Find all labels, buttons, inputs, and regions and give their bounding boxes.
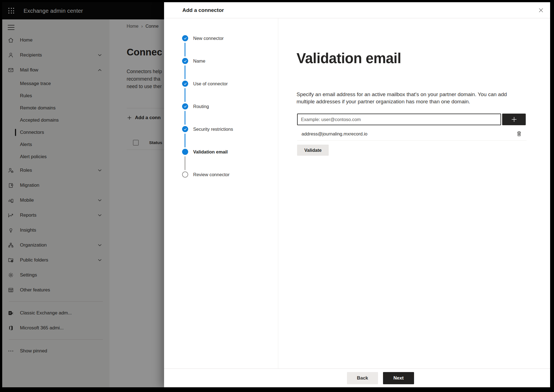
screenshot-frame: Exchange admin center HomeRecipientsMail… [0,0,554,392]
wizard-step-security-restrictions[interactable]: Security restrictions [182,126,233,132]
step-done-check-icon [182,126,188,132]
wizard-step-label: New connector [193,36,224,41]
plus-icon [510,116,518,123]
add-email-button[interactable] [502,114,526,125]
step-connector-line [185,156,185,170]
step-done-check-icon [182,103,188,109]
step-done-check-icon [182,58,188,64]
wizard-step-label: Validation email [193,149,228,155]
wizard-step-validation-email[interactable]: Validation email [182,148,228,155]
email-address: address@journaling.mxrecord.io [302,131,367,137]
wizard-step-label: Use of connector [193,81,228,86]
app-window: Exchange admin center HomeRecipientsMail… [2,2,550,387]
trash-icon [516,130,522,137]
wizard-step-routing[interactable]: Routing [182,103,209,110]
wizard-step-use-of-connector[interactable]: Use of connector [182,80,228,87]
close-icon [538,7,544,13]
step-description: Specify an email address for an active m… [297,91,515,105]
wizard-step-review-connector[interactable]: Review connector [182,171,229,178]
dialog-title: Add a connector [182,7,224,13]
email-input-row [297,114,526,125]
delete-email-button[interactable] [515,130,523,138]
wizard-step-new-connector[interactable]: New connector [182,35,224,42]
step-done-check-icon [182,81,188,87]
close-button[interactable] [537,6,545,14]
step-active-dot-icon [182,149,188,155]
wizard-step-name[interactable]: Name [182,58,205,64]
step-done-check-icon [182,35,188,41]
wizard-steps: New connectorNameUse of connectorRouting… [164,18,278,368]
wizard-step-label: Name [193,58,205,64]
wizard-step-label: Security restrictions [193,127,233,132]
step-connector-line [185,88,185,102]
step-connector-line [185,43,185,57]
email-list: address@journaling.mxrecord.io [297,127,527,141]
step-todo-circle-icon [182,171,188,178]
wizard-step-label: Routing [193,104,209,109]
step-connector-line [185,111,185,125]
next-button[interactable]: Next [383,372,414,384]
step-heading: Validation email [297,50,401,66]
dialog-header: Add a connector [164,2,550,18]
validate-button[interactable]: Validate [297,145,329,156]
wizard-step-label: Review connector [193,172,229,177]
dialog-footer: Back Next [164,368,550,387]
add-connector-dialog: Add a connector New connectorNameUse of … [164,2,550,387]
step-connector-line [185,134,185,147]
email-input[interactable] [297,114,501,125]
email-list-item: address@journaling.mxrecord.io [297,127,527,141]
step-connector-line [185,65,185,79]
back-button[interactable]: Back [347,372,378,384]
